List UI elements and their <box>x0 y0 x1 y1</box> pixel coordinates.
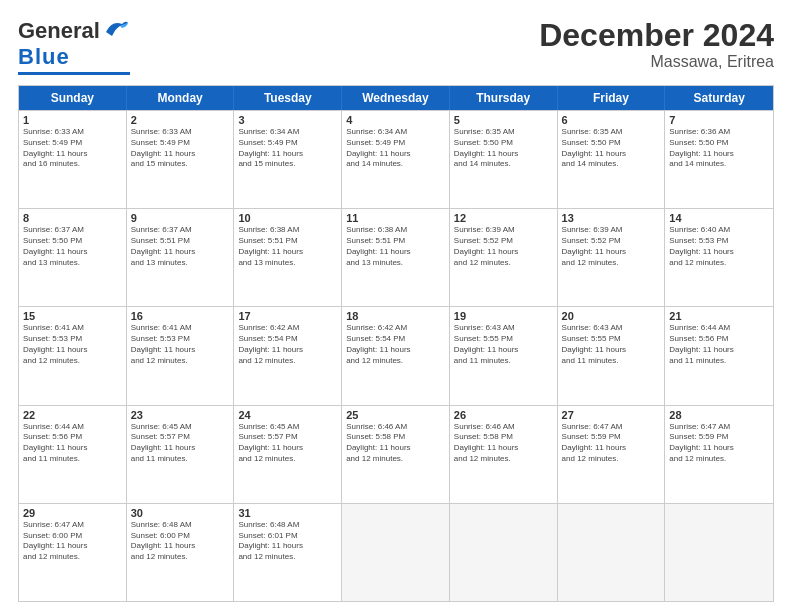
day-21: 21 Sunrise: 6:44 AM Sunset: 5:56 PM Dayl… <box>665 307 773 404</box>
header-friday: Friday <box>558 86 666 110</box>
day1-line3: Daylight: 11 hours <box>23 149 122 160</box>
header-thursday: Thursday <box>450 86 558 110</box>
empty-1 <box>342 504 450 601</box>
week-1: 1 Sunrise: 6:33 AM Sunset: 5:49 PM Dayli… <box>19 110 773 208</box>
page: General Blue December 2024 Massawa, Erit… <box>0 0 792 612</box>
header: General Blue December 2024 Massawa, Erit… <box>18 18 774 75</box>
day-18: 18 Sunrise: 6:42 AM Sunset: 5:54 PM Dayl… <box>342 307 450 404</box>
header-monday: Monday <box>127 86 235 110</box>
week-4: 22 Sunrise: 6:44 AM Sunset: 5:56 PM Dayl… <box>19 405 773 503</box>
day-5: 5 Sunrise: 6:35 AM Sunset: 5:50 PM Dayli… <box>450 111 558 208</box>
day-27: 27 Sunrise: 6:47 AM Sunset: 5:59 PM Dayl… <box>558 406 666 503</box>
day-25: 25 Sunrise: 6:46 AM Sunset: 5:58 PM Dayl… <box>342 406 450 503</box>
day-26: 26 Sunrise: 6:46 AM Sunset: 5:58 PM Dayl… <box>450 406 558 503</box>
header-sunday: Sunday <box>19 86 127 110</box>
week-2: 8 Sunrise: 6:37 AM Sunset: 5:50 PM Dayli… <box>19 208 773 306</box>
page-subtitle: Massawa, Eritrea <box>539 53 774 71</box>
day-7: 7 Sunrise: 6:36 AM Sunset: 5:50 PM Dayli… <box>665 111 773 208</box>
header-saturday: Saturday <box>665 86 773 110</box>
day-20: 20 Sunrise: 6:43 AM Sunset: 5:55 PM Dayl… <box>558 307 666 404</box>
day1-line2: Sunset: 5:49 PM <box>23 138 122 149</box>
day-1: 1 Sunrise: 6:33 AM Sunset: 5:49 PM Dayli… <box>19 111 127 208</box>
day-31: 31 Sunrise: 6:48 AM Sunset: 6:01 PM Dayl… <box>234 504 342 601</box>
day1-line4: and 16 minutes. <box>23 159 122 170</box>
day-9: 9 Sunrise: 6:37 AM Sunset: 5:51 PM Dayli… <box>127 209 235 306</box>
week-3: 15 Sunrise: 6:41 AM Sunset: 5:53 PM Dayl… <box>19 306 773 404</box>
day-23: 23 Sunrise: 6:45 AM Sunset: 5:57 PM Dayl… <box>127 406 235 503</box>
day-28: 28 Sunrise: 6:47 AM Sunset: 5:59 PM Dayl… <box>665 406 773 503</box>
week-5: 29 Sunrise: 6:47 AM Sunset: 6:00 PM Dayl… <box>19 503 773 601</box>
day-24: 24 Sunrise: 6:45 AM Sunset: 5:57 PM Dayl… <box>234 406 342 503</box>
empty-4 <box>665 504 773 601</box>
page-title: December 2024 <box>539 18 774 53</box>
calendar: Sunday Monday Tuesday Wednesday Thursday… <box>18 85 774 602</box>
day-16: 16 Sunrise: 6:41 AM Sunset: 5:53 PM Dayl… <box>127 307 235 404</box>
logo-bird-icon <box>102 18 130 40</box>
day-19: 19 Sunrise: 6:43 AM Sunset: 5:55 PM Dayl… <box>450 307 558 404</box>
logo-text: General <box>18 18 100 44</box>
day-15: 15 Sunrise: 6:41 AM Sunset: 5:53 PM Dayl… <box>19 307 127 404</box>
day-11: 11 Sunrise: 6:38 AM Sunset: 5:51 PM Dayl… <box>342 209 450 306</box>
day-8: 8 Sunrise: 6:37 AM Sunset: 5:50 PM Dayli… <box>19 209 127 306</box>
day-22: 22 Sunrise: 6:44 AM Sunset: 5:56 PM Dayl… <box>19 406 127 503</box>
header-wednesday: Wednesday <box>342 86 450 110</box>
logo-blue-text: Blue <box>18 44 70 70</box>
logo: General Blue <box>18 18 130 75</box>
day-29: 29 Sunrise: 6:47 AM Sunset: 6:00 PM Dayl… <box>19 504 127 601</box>
day-6: 6 Sunrise: 6:35 AM Sunset: 5:50 PM Dayli… <box>558 111 666 208</box>
day-3: 3 Sunrise: 6:34 AM Sunset: 5:49 PM Dayli… <box>234 111 342 208</box>
day-2: 2 Sunrise: 6:33 AM Sunset: 5:49 PM Dayli… <box>127 111 235 208</box>
header-tuesday: Tuesday <box>234 86 342 110</box>
empty-3 <box>558 504 666 601</box>
day-10: 10 Sunrise: 6:38 AM Sunset: 5:51 PM Dayl… <box>234 209 342 306</box>
day1-line1: Sunrise: 6:33 AM <box>23 127 122 138</box>
calendar-header: Sunday Monday Tuesday Wednesday Thursday… <box>19 86 773 110</box>
day-12: 12 Sunrise: 6:39 AM Sunset: 5:52 PM Dayl… <box>450 209 558 306</box>
empty-2 <box>450 504 558 601</box>
calendar-body: 1 Sunrise: 6:33 AM Sunset: 5:49 PM Dayli… <box>19 110 773 601</box>
title-section: December 2024 Massawa, Eritrea <box>539 18 774 71</box>
day-30: 30 Sunrise: 6:48 AM Sunset: 6:00 PM Dayl… <box>127 504 235 601</box>
day-13: 13 Sunrise: 6:39 AM Sunset: 5:52 PM Dayl… <box>558 209 666 306</box>
day-4: 4 Sunrise: 6:34 AM Sunset: 5:49 PM Dayli… <box>342 111 450 208</box>
logo-general: General <box>18 18 100 43</box>
day-14: 14 Sunrise: 6:40 AM Sunset: 5:53 PM Dayl… <box>665 209 773 306</box>
day-17: 17 Sunrise: 6:42 AM Sunset: 5:54 PM Dayl… <box>234 307 342 404</box>
